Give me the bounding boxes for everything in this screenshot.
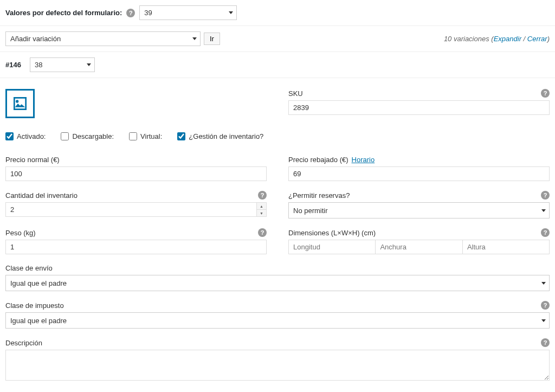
variation-actions-left: Añadir variación Ir (5, 31, 220, 46)
help-icon[interactable] (541, 338, 550, 347)
variation-body: Activado: Descargable: Virtual: ¿Gestión… (0, 78, 555, 392)
variation-actions-row: Añadir variación Ir 10 variaciones (Expa… (0, 26, 555, 52)
shipping-class-field: Clase de envío Igual que el padre (5, 264, 550, 291)
variation-attribute-select[interactable]: 38 (30, 57, 95, 72)
description-label: Descripción (5, 339, 42, 347)
variation-image-placeholder[interactable] (5, 89, 35, 118)
sale-price-input[interactable] (288, 166, 550, 181)
length-input[interactable] (288, 240, 375, 254)
image-icon (11, 95, 29, 112)
dimensions-label: Dimensiones (L×W×H) (cm) (288, 229, 376, 237)
help-icon[interactable] (258, 191, 267, 200)
dimensions-field: Dimensiones (L×W×H) (cm) (288, 228, 550, 254)
regular-price-input[interactable] (5, 166, 267, 181)
variation-action-select[interactable]: Añadir variación (5, 31, 201, 46)
checkbox-row: Activado: Descargable: Virtual: ¿Gestión… (5, 132, 267, 140)
backorders-label: ¿Permitir reservas? (288, 191, 350, 200)
shipping-class-label: Clase de envío (5, 264, 53, 272)
checkbox-virtual-input[interactable] (129, 132, 137, 140)
checkbox-virtual[interactable]: Virtual: (129, 132, 162, 140)
spinner-up[interactable]: ▲ (257, 203, 266, 210)
expand-link[interactable]: Expandir (494, 35, 521, 43)
tax-class-label: Clase de impuesto (5, 301, 64, 310)
sale-price-label: Precio rebajado (€) (288, 156, 349, 164)
width-input[interactable] (375, 240, 462, 254)
sku-input[interactable] (288, 100, 550, 115)
shipping-class-select[interactable]: Igual que el padre (5, 275, 550, 291)
description-field: Descripción (5, 338, 550, 382)
variation-header[interactable]: #146 38 (0, 52, 555, 78)
variation-id: #146 (5, 61, 21, 69)
sku-field: SKU (288, 89, 550, 115)
checkbox-activado[interactable]: Activado: (5, 132, 46, 140)
backorders-select[interactable]: No permitir (288, 202, 550, 219)
help-icon[interactable] (541, 228, 550, 237)
regular-price-field: Precio normal (€) (5, 156, 267, 181)
schedule-link[interactable]: Horario (352, 156, 375, 164)
checkbox-inventario[interactable]: ¿Gestión de inventario? (177, 132, 263, 140)
stock-qty-label: Cantidad del inventario (5, 191, 78, 200)
weight-label: Peso (kg) (5, 229, 36, 237)
close-link[interactable]: Cerrar (527, 35, 547, 43)
weight-input[interactable] (5, 240, 267, 254)
default-form-values-label: Valores por defecto del formulario: (5, 9, 122, 17)
tax-class-select[interactable]: Igual que el padre (5, 312, 550, 329)
checkbox-inventario-input[interactable] (177, 132, 185, 140)
number-spinner: ▲ ▼ (256, 203, 266, 216)
regular-price-label: Precio normal (€) (5, 156, 60, 164)
checkbox-activado-input[interactable] (5, 132, 14, 140)
variations-summary: 10 variaciones (Expandir / Cerrar) (444, 35, 550, 43)
help-icon[interactable] (541, 191, 550, 200)
checkbox-descargable-input[interactable] (61, 132, 69, 140)
help-icon[interactable] (541, 89, 550, 98)
go-button[interactable]: Ir (204, 33, 220, 45)
tax-class-field: Clase de impuesto Igual que el padre (5, 301, 550, 329)
stock-qty-field: Cantidad del inventario ▲ ▼ (5, 191, 267, 217)
backorders-field: ¿Permitir reservas? No permitir (288, 191, 550, 219)
height-input[interactable] (462, 240, 550, 254)
help-icon[interactable] (126, 9, 135, 17)
weight-field: Peso (kg) (5, 228, 267, 254)
sale-price-field: Precio rebajado (€) Horario (288, 156, 550, 181)
spinner-down[interactable]: ▼ (257, 210, 266, 216)
description-textarea[interactable] (5, 350, 550, 381)
checkbox-descargable[interactable]: Descargable: (61, 132, 114, 140)
stock-qty-input[interactable] (5, 202, 267, 217)
sku-label: SKU (288, 89, 303, 98)
help-icon[interactable] (258, 228, 267, 237)
default-form-values-row: Valores por defecto del formulario: 39 (0, 0, 555, 26)
help-icon[interactable] (541, 301, 550, 310)
default-form-values-select[interactable]: 39 (139, 5, 237, 20)
